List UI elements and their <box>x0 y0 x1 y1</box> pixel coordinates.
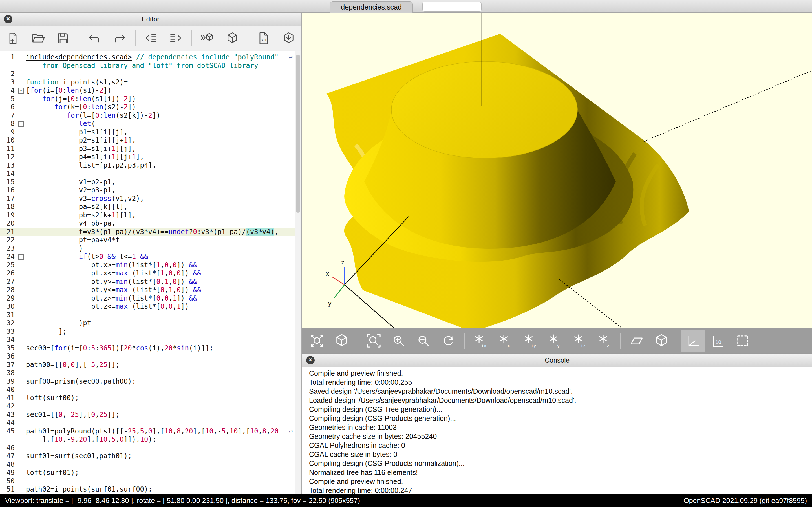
close-icon[interactable]: × <box>306 356 315 364</box>
code-editor[interactable]: 1include<dependencies.scad> // dependenc… <box>0 51 301 494</box>
code-line[interactable]: 17 v3=cross(v1,v2), <box>0 194 295 203</box>
rotate-plus-z-button[interactable]: +z <box>567 330 592 352</box>
zoom-in-button[interactable] <box>386 330 411 352</box>
code-line[interactable]: 26 pt.x<=max (list*[1,0,0]) && <box>0 269 295 278</box>
code-line[interactable]: from Openscad library and "loft" from do… <box>0 62 295 70</box>
code-line[interactable]: 36 <box>0 352 295 361</box>
fold-marker[interactable]: - <box>16 120 26 128</box>
code-line[interactable]: 2 <box>0 70 295 78</box>
save-file-button[interactable] <box>51 27 76 49</box>
code-line[interactable]: 41loft(surf00); <box>0 394 295 402</box>
code-line[interactable]: 33 ]; <box>0 328 295 336</box>
code-line[interactable]: 40 <box>0 386 295 394</box>
fold-marker[interactable]: - <box>16 87 26 95</box>
toolbar-separator <box>248 31 248 46</box>
3d-scene[interactable]: z x y <box>302 13 812 328</box>
code-line[interactable]: 10 p2=s1[i][j+1], <box>0 136 295 145</box>
code-line[interactable]: 48 <box>0 460 295 469</box>
code-line[interactable]: 20 v4=pb-pa, <box>0 219 295 228</box>
fold-collapse-icon[interactable]: - <box>18 88 24 94</box>
code-line[interactable]: 15 v1=p2-p1, <box>0 178 295 186</box>
redo-button[interactable] <box>107 27 132 49</box>
code-line[interactable]: 6 for(k=[0:len(s2)-2]) <box>0 103 295 112</box>
code-line[interactable]: ],[10,-9,20],[10,5,0]]),10); <box>0 436 295 444</box>
empty-tab[interactable] <box>422 2 481 11</box>
code-line[interactable]: 9 p1=s1[i][j], <box>0 128 295 136</box>
code-line[interactable]: 8- let( <box>0 120 295 128</box>
indent-button[interactable] <box>163 27 188 49</box>
console-log[interactable]: Compile and preview finished.Total rende… <box>302 367 812 494</box>
unindent-button[interactable] <box>139 27 163 49</box>
code-line[interactable]: 11 p3=s1[i+1][j], <box>0 145 295 153</box>
code-line[interactable]: 23 ) <box>0 244 295 253</box>
rotate-minus-y-button[interactable]: -y <box>543 330 567 352</box>
code-line[interactable]: 25 pt.x>=min(list*[1,0,0]) && <box>0 261 295 270</box>
code-line[interactable]: 31 <box>0 311 295 320</box>
code-line[interactable]: 47surf01=surf(sec01,path01); <box>0 452 295 460</box>
code-line[interactable]: 46 <box>0 444 295 452</box>
print-3d-button[interactable] <box>276 27 301 49</box>
editor-scrollbar[interactable] <box>295 51 301 494</box>
show-axes-button[interactable] <box>680 330 705 352</box>
code-line[interactable]: 14 <box>0 170 295 178</box>
fold-collapse-icon[interactable]: - <box>18 121 24 127</box>
rotate-minus-x-button[interactable]: -x <box>493 330 518 352</box>
document-tab[interactable]: dependencies.scad <box>330 1 413 13</box>
code-line[interactable]: 3function i_points(s1,s2)= <box>0 78 295 87</box>
code-line[interactable]: 34 <box>0 336 295 344</box>
rotate-minus-z-button[interactable]: -z <box>592 330 617 352</box>
code-line[interactable]: 24- if(t>0 && t<=1 && <box>0 252 295 261</box>
rotate-plus-x-button[interactable]: +x <box>468 330 493 352</box>
preview-render-button[interactable] <box>195 27 220 49</box>
open-file-button[interactable] <box>26 27 51 49</box>
show-crosshairs-button[interactable] <box>730 330 755 352</box>
code-line[interactable]: 1include<dependencies.scad> // dependenc… <box>0 53 295 62</box>
code-line[interactable]: 39surf00=prism(sec00,path00); <box>0 378 295 386</box>
show-surfaces-button[interactable] <box>624 330 649 352</box>
toolbar-separator <box>357 333 358 349</box>
code-line[interactable]: 45path01=polyRound(pts1([[-25,5,0],[10,8… <box>0 427 295 436</box>
rotate-plus-y-button[interactable]: +y <box>518 330 543 352</box>
undo-button[interactable] <box>82 27 107 49</box>
code-line[interactable]: 29 pt.z>=min(list*[0,0,1]) && <box>0 294 295 303</box>
export-stl-button[interactable]: STL <box>251 27 276 49</box>
code-line[interactable]: 43sec01=[[0,-25],[0,25]]; <box>0 411 295 419</box>
new-file-button[interactable] <box>1 27 26 49</box>
code-line[interactable]: 50 <box>0 477 295 486</box>
code-line[interactable]: 13 list=[p1,p2,p3,p4], <box>0 161 295 170</box>
zoom-out-button[interactable] <box>411 330 436 352</box>
code-line[interactable]: 51path02=i_points(surf01,surf00); <box>0 485 295 494</box>
view-all-button[interactable] <box>305 330 329 352</box>
code-line[interactable]: 44 <box>0 419 295 427</box>
show-edges-button[interactable] <box>649 330 674 352</box>
code-line[interactable]: 49loft(surf01); <box>0 469 295 477</box>
code-line[interactable]: 37path00=[[0,0],[-5,25]]; <box>0 361 295 369</box>
code-line[interactable]: 30 pt.z<=max (list*[0,0,1]) <box>0 302 295 311</box>
code-line[interactable]: 5 for(j=[0:len(s1[i])-2]) <box>0 95 295 103</box>
code-line[interactable]: 35sec00=[for(i=[0:5:365])[20*cos(i),20*s… <box>0 344 295 353</box>
3d-viewport[interactable]: z x y <box>302 13 812 328</box>
perspective-view-button[interactable] <box>329 330 354 352</box>
show-scale-markers-button[interactable]: 10 <box>705 330 730 352</box>
code-area[interactable]: 1include<dependencies.scad> // dependenc… <box>0 51 295 494</box>
zoom-to-fit-button[interactable] <box>361 330 386 352</box>
render-button[interactable] <box>220 27 245 49</box>
code-line[interactable]: 42 <box>0 402 295 411</box>
scrollbar-thumb[interactable] <box>296 55 300 213</box>
code-line[interactable]: 12 p4=s1[i+1][j+1], <box>0 153 295 161</box>
code-line[interactable]: 4-[for(i=[0:len(s1)-2]) <box>0 87 295 95</box>
code-line[interactable]: 16 v2=p3-p1, <box>0 186 295 194</box>
fold-collapse-icon[interactable]: - <box>18 254 24 260</box>
reset-view-button[interactable] <box>436 330 461 352</box>
code-line[interactable]: 21 t=v3*(p1-pa)/(v3*v4)==undef?0:v3*(p1-… <box>0 228 295 236</box>
fold-marker[interactable]: - <box>16 252 26 261</box>
code-line[interactable]: 28 pt.y<=max (list*[0,1,0]) && <box>0 286 295 294</box>
code-line[interactable]: 32 )pt <box>0 319 295 328</box>
code-line[interactable]: 27 pt.y>=min(list*[0,1,0]) && <box>0 278 295 286</box>
code-line[interactable]: 19 pb=s2[k+1][l], <box>0 211 295 220</box>
code-line[interactable]: 38 <box>0 369 295 378</box>
close-icon[interactable]: × <box>4 15 12 23</box>
code-line[interactable]: 7 for(l=[0:len(s2[k])-2]) <box>0 112 295 120</box>
code-line[interactable]: 22 pt=pa+v4*t <box>0 236 295 244</box>
code-line[interactable]: 18 pa=s2[k][l], <box>0 203 295 211</box>
